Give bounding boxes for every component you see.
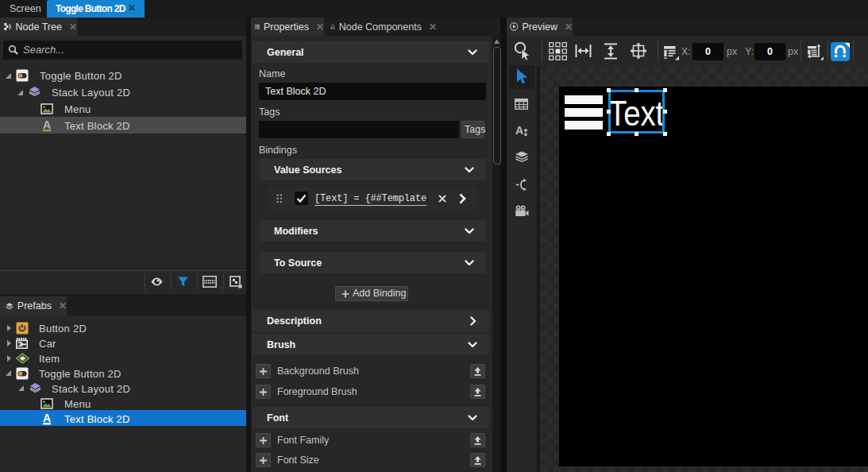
svg-text:A: A — [43, 119, 51, 131]
svg-text:A: A — [43, 412, 51, 424]
svg-text:A: A — [515, 124, 523, 137]
